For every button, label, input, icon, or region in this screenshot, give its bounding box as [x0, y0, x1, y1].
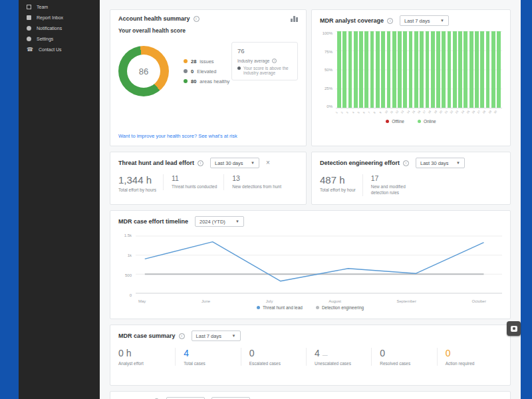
coverage-bar: [475, 31, 479, 108]
chart-toggle-icon[interactable]: [291, 15, 298, 22]
legend-item: Offline: [386, 119, 404, 124]
stat-value: 487 h: [320, 174, 356, 186]
feedback-tab-button[interactable]: [507, 321, 521, 336]
case-effort-line-chart: [136, 233, 502, 297]
legend-item: 28issues: [184, 59, 229, 65]
stat-label: New detections from hunt: [232, 184, 281, 190]
stat-column: 0Action required: [437, 348, 502, 366]
stat-label: Total cases: [184, 361, 240, 366]
y-tick-label: 0%: [320, 104, 332, 108]
hunt-range-dropdown[interactable]: Last 30 days▼: [210, 158, 259, 168]
legend-dot-icon: [386, 120, 389, 123]
legend-dot-icon: [257, 306, 260, 309]
coverage-bar: [426, 31, 430, 108]
stat-value: 0: [380, 348, 436, 358]
coverage-bar: [381, 31, 385, 108]
legend-item: Detection engineering: [316, 305, 364, 310]
detection-engineering-card: Detection engineering effort i Last 30 d…: [311, 152, 511, 205]
analyst-coverage-card: MDR analyst coverage i Last 7 days▼ 100%…: [311, 9, 511, 146]
coverage-bar: [359, 31, 363, 108]
coverage-bar: [409, 31, 413, 108]
y-tick-label: 25%: [320, 86, 332, 90]
legend-label: Detection engineering: [322, 305, 364, 310]
legend-value: 0: [191, 68, 194, 74]
x-tick-label: August: [329, 299, 341, 303]
coverage-bar: [414, 31, 418, 108]
stat-column: 0Escalated cases: [241, 348, 306, 366]
case-summary-card: MDR case summary i Last 7 days▼ 0 hAnaly…: [110, 325, 511, 386]
coverage-bar: [420, 31, 424, 108]
coverage-bar: [469, 31, 473, 108]
phone-icon: ☎: [27, 47, 33, 52]
detection-range-dropdown[interactable]: Last 30 days▼: [416, 158, 465, 168]
stat-label: Resolved cases: [380, 361, 436, 366]
coverage-bar: [458, 31, 462, 108]
y-tick-label: 75%: [320, 50, 332, 54]
legend-label: issues: [200, 59, 213, 65]
info-icon[interactable]: i: [403, 160, 409, 166]
coverage-bar: [342, 31, 346, 108]
info-icon[interactable]: i: [179, 333, 185, 339]
sidebar-item-label: Notifications: [37, 26, 62, 31]
sidebar-item-label: Team: [37, 5, 48, 9]
close-icon[interactable]: ×: [266, 160, 270, 166]
health-score-donut: 86: [118, 46, 169, 96]
info-icon[interactable]: i: [272, 59, 277, 63]
bar-chart-x-axis: 1234567891011121314151617181920212223242…: [336, 108, 502, 117]
stat-value: 11: [172, 174, 217, 182]
stat-column: 17New and modified detection rules: [362, 174, 431, 196]
legend-dot-icon: [184, 79, 188, 83]
health-score-value: 86: [118, 46, 169, 96]
stat-label: Action required: [446, 361, 502, 366]
stat-column: 0 hAnalyst effort: [118, 348, 175, 366]
stat-column: 4—Unescalated cases: [306, 348, 371, 366]
chevron-down-icon: ▼: [440, 19, 444, 23]
gear-icon: [27, 37, 31, 41]
stat-value: 17: [371, 174, 424, 182]
stat-label: Threat hunts conducted: [172, 184, 217, 190]
coverage-bar: [354, 31, 358, 108]
health-benchmark-panel: 76 Industry averagei Your score is above…: [231, 42, 298, 80]
dashboard-content: Account health summary i Your overall he…: [100, 0, 521, 399]
legend-label: Online: [424, 119, 436, 124]
coverage-bar: [436, 31, 440, 108]
detection-engineering-title: Detection engineering effort: [320, 160, 400, 166]
coverage-bar: [370, 31, 374, 108]
analyst-coverage-title: MDR analyst coverage: [320, 17, 384, 24]
x-tick-label: May: [138, 299, 146, 303]
benchmark-note: Your score is above the industry average: [243, 66, 292, 75]
health-risk-link[interactable]: Want to improve your health score? See w…: [118, 133, 298, 140]
bar-chart-y-axis: 100%75%50%25%0%: [320, 31, 336, 108]
coverage-bar: [392, 31, 396, 108]
chevron-down-icon: ▼: [232, 334, 236, 338]
sidebar-item-report-inbox[interactable]: Report Inbox: [19, 12, 100, 23]
info-icon[interactable]: i: [198, 160, 203, 166]
sidebar-item-contact-us[interactable]: ☎Contact Us: [19, 44, 100, 55]
mdr-cases-card: MDR cases i ▼ ▼: [110, 391, 511, 399]
legend-item: Online: [418, 119, 436, 124]
coverage-bar: [337, 31, 341, 108]
legend-label: Elevated: [197, 68, 216, 74]
monitor-icon: [511, 326, 517, 332]
sidebar-item-label: Report Inbox: [37, 15, 63, 20]
legend-item: 0Elevated: [184, 68, 229, 74]
hunt-stats: 1,344 hTotal effort by hours11Threat hun…: [118, 174, 298, 194]
coverage-bar: [464, 31, 467, 108]
benchmark-label: Industry average: [237, 59, 269, 63]
y-tick-label: 0: [118, 293, 132, 297]
y-tick-label: 500: [118, 273, 132, 277]
line-chart-legend: Threat hunt and leadDetection engineerin…: [118, 305, 502, 310]
info-icon[interactable]: i: [194, 16, 200, 22]
sidebar-item-settings[interactable]: Settings: [19, 33, 100, 44]
timeline-range-dropdown[interactable]: 2024 (YTD)▼: [195, 216, 244, 227]
sidebar-item-notifications[interactable]: Notifications: [19, 23, 100, 33]
coverage-range-dropdown[interactable]: Last 7 days▼: [400, 15, 449, 26]
sidebar: TeamReport InboxNotificationsSettings☎Co…: [19, 0, 100, 399]
sidebar-item-team[interactable]: Team: [19, 1, 100, 12]
case-summary-range-dropdown[interactable]: Last 7 days▼: [192, 331, 241, 341]
legend-dot-icon: [184, 59, 188, 63]
inbox-icon: [27, 15, 31, 20]
legend-item: Threat hunt and lead: [257, 305, 303, 310]
info-icon[interactable]: i: [387, 18, 393, 24]
legend-label: Offline: [392, 119, 404, 124]
